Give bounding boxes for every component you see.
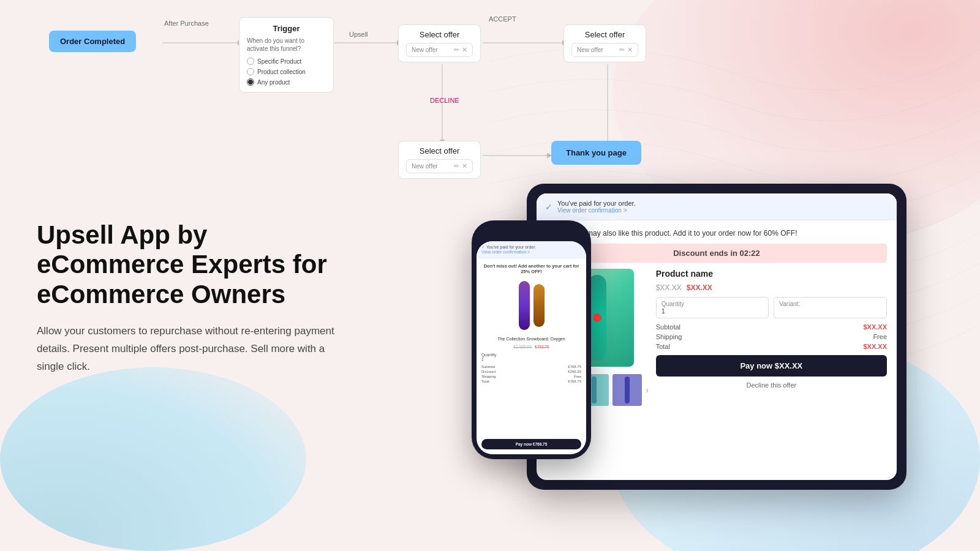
trigger-option-3[interactable]: Any product	[247, 78, 326, 86]
phone-product-image	[481, 278, 581, 333]
product-info: Product name $XX.XX $XX.XX Quantity 1	[656, 269, 887, 471]
select-offer-1-title: Select offer	[406, 30, 473, 39]
price-original: $XX.XX	[656, 283, 682, 292]
price-sale: $XX.XX	[687, 283, 712, 292]
phone-totals: Subtotal €768.75 Discount €256.25 Shippi…	[481, 365, 581, 383]
devices-area: ✓ You've paid for your order. View order…	[490, 171, 931, 514]
phone-shipping-row: Shipping Free	[481, 375, 581, 378]
order-completed-label: Order Completed	[60, 37, 125, 46]
radio-circle-2	[247, 68, 254, 75]
phone-pay-button[interactable]: Pay now €768.75	[481, 439, 581, 449]
trigger-subtitle: When do you want to activate this funnel…	[247, 37, 326, 53]
svg-rect-12	[625, 377, 630, 403]
phone-topbar: ✓ You've paid for your order. View order…	[477, 241, 586, 258]
pay-now-button[interactable]: Pay now $XX.XX	[656, 355, 887, 377]
select-offer-3-title: Select offer	[406, 146, 473, 156]
thumb-3[interactable]	[612, 374, 642, 406]
svg-rect-10	[592, 377, 597, 403]
check-icon-phone: ✓	[481, 245, 486, 249]
product-name: Product name	[656, 269, 887, 279]
subtotals: Subtotal $XX.XX Shipping Free Total $XX.…	[656, 323, 887, 350]
shipping-row: Shipping Free	[656, 333, 887, 340]
edit-icon-2[interactable]: ✏	[619, 46, 625, 54]
bg-gradient-bottom-left	[0, 367, 306, 551]
phone-price: €1,025.00 €753.75	[481, 345, 581, 349]
close-icon-2[interactable]: ✕	[627, 46, 633, 54]
phone-notch	[510, 228, 553, 239]
radio-circle-1	[247, 58, 254, 65]
node-trigger: Trigger When do you want to activate thi…	[239, 17, 334, 92]
tablet-topbar: ✓ You've paid for your order. View order…	[537, 193, 897, 220]
node-order-completed: Order Completed	[49, 31, 136, 52]
product-prices: $XX.XX $XX.XX	[656, 283, 887, 292]
phone-total-row: Total €768.75	[481, 380, 581, 383]
trigger-option-1[interactable]: Specific Product	[247, 58, 326, 65]
topbar-paid-text: You've paid for your order.	[557, 200, 636, 207]
label-decline: DECLINE	[430, 97, 459, 104]
tablet-headline: thought you may also like this product. …	[546, 229, 887, 238]
edit-icon-1[interactable]: ✏	[454, 46, 459, 54]
phone-product-name: The Collection Snowboard: Oxygen	[481, 337, 581, 341]
edit-icon-3[interactable]: ✏	[454, 162, 459, 170]
close-icon-3[interactable]: ✕	[462, 162, 467, 170]
variant-box[interactable]: Variant:	[774, 297, 887, 318]
select-offer-2-title: Select offer	[571, 30, 638, 39]
qty-box[interactable]: Quantity 1	[656, 297, 769, 318]
trigger-title: Trigger	[247, 24, 326, 33]
phone-screen: ✓ You've paid for your order. View order…	[477, 241, 586, 454]
node-select-offer-1[interactable]: Select offer New offer ✏ ✕	[398, 24, 481, 62]
tablet-product-row: › Product name $XX.XX $XX.XX	[546, 269, 887, 471]
node-select-offer-3[interactable]: Select offer New offer ✏ ✕	[398, 141, 481, 179]
offer-inner-1: New offer ✏ ✕	[406, 43, 473, 57]
trigger-options: Specific Product Product collection Any …	[247, 58, 326, 86]
phone-qty: Quantity 1	[481, 353, 581, 361]
thumb-arrow[interactable]: ›	[646, 385, 649, 395]
main-content: Order Completed After Purchase Trigger W…	[0, 0, 980, 551]
offer-inner-3: New offer ✏ ✕	[406, 159, 473, 173]
phone-board-2	[533, 284, 545, 327]
phone-headline: Don't miss out! Add another to your cart…	[481, 263, 581, 274]
label-accept: ACCEPT	[489, 15, 516, 23]
phone-board-1	[519, 281, 530, 330]
node-select-offer-2[interactable]: Select offer New offer ✏ ✕	[564, 24, 646, 62]
check-icon-tablet: ✓	[545, 202, 552, 212]
label-upsell: Upsell	[349, 31, 368, 38]
trigger-option-2[interactable]: Product collection	[247, 68, 326, 75]
phone-device: ✓ You've paid for your order. View order…	[472, 220, 591, 459]
main-headline: Upsell App by eCommerce Experts for eCom…	[37, 220, 343, 309]
view-order-link[interactable]: View order confirmation >	[557, 207, 636, 214]
phone-discount-row: Discount €256.25	[481, 370, 581, 373]
qty-variant-row: Quantity 1 Variant:	[656, 297, 887, 318]
radio-circle-3	[247, 78, 254, 86]
offer-inner-2: New offer ✏ ✕	[571, 43, 638, 57]
text-section: Upsell App by eCommerce Experts for eCom…	[37, 220, 343, 376]
phone-body: Don't miss out! Add another to your cart…	[477, 258, 586, 454]
subtotal-row: Subtotal $XX.XX	[656, 323, 887, 331]
phone-topbar-link[interactable]: View order confirmation >	[481, 250, 530, 254]
discount-timer: Discount ends in 02:22	[546, 244, 887, 263]
total-row: Total $XX.XX	[656, 343, 887, 350]
label-after-purchase: After Purchase	[164, 20, 209, 27]
snowboard-detail	[593, 313, 601, 322]
node-thank-you: Thank you page	[551, 141, 641, 165]
close-icon-1[interactable]: ✕	[462, 46, 467, 54]
main-subtext: Allow your customers to repurchase witho…	[37, 323, 343, 376]
decline-offer-link[interactable]: Decline this offer	[656, 381, 887, 389]
phone-subtotal-row: Subtotal €768.75	[481, 365, 581, 369]
